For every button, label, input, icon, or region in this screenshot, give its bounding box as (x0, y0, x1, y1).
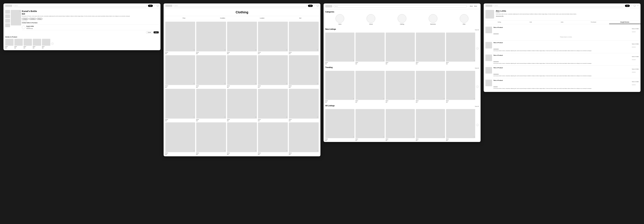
prod-heart-16[interactable]: ♡ (224, 150, 226, 152)
similar-img-3[interactable] (33, 39, 41, 46)
trend-img-3[interactable]: ♡ (416, 71, 445, 100)
cat-circle-other[interactable] (460, 14, 468, 23)
all-listings-view-all[interactable]: View All (475, 106, 479, 107)
prod-heart-7[interactable]: ♡ (255, 83, 256, 85)
prod-heart-12[interactable]: ♡ (255, 116, 256, 118)
prod-img-12[interactable]: ♡ (227, 89, 257, 118)
prod-img-18[interactable]: ♡ (258, 122, 288, 152)
prod-heart-19[interactable]: ♡ (317, 150, 318, 152)
new-heart-4[interactable]: ♡ (474, 60, 475, 61)
prod-heart-8[interactable]: ♡ (286, 83, 287, 85)
trend-heart-0[interactable]: ♡ (353, 98, 354, 100)
tag-pickup[interactable]: Pickup (37, 18, 42, 20)
sell-button-s1[interactable]: Sell (148, 5, 153, 7)
prod-img-11[interactable]: ♡ (196, 89, 226, 118)
new-img-0[interactable]: ♡ (325, 32, 354, 62)
prod-heart-0[interactable]: ♡ (194, 49, 195, 51)
trend-img-1[interactable]: ♡ (356, 71, 385, 100)
filter-sort[interactable]: Sort (299, 17, 301, 19)
thumbnail-2[interactable] (5, 14, 10, 18)
prod-img-6[interactable]: ♡ (196, 55, 226, 85)
favorite-icon[interactable]: ♡ (19, 10, 20, 12)
tab-purchased[interactable]: Purchased (578, 20, 609, 24)
prod-heart-5[interactable]: ♡ (194, 83, 195, 85)
tab-likes[interactable]: Likes (546, 20, 578, 24)
prod-heart-14[interactable]: ♡ (317, 116, 318, 118)
all-img-2[interactable]: ♡ (386, 109, 415, 138)
cat-school[interactable]: School (366, 14, 375, 25)
filter-price[interactable]: Price (182, 17, 185, 19)
prod-heart-1[interactable]: ♡ (224, 49, 226, 51)
prod-heart-4[interactable]: ♡ (317, 49, 318, 51)
trend-heart-2[interactable]: ♡ (414, 98, 414, 100)
trend-img-2[interactable]: ♡ (386, 71, 415, 100)
prod-img-19[interactable]: ♡ (289, 122, 319, 152)
all-heart-4[interactable]: ♡ (474, 136, 475, 138)
similar-nav-next[interactable]: › (51, 42, 54, 45)
similar-img-1[interactable] (14, 39, 23, 46)
prod-img-5[interactable]: ♡ (165, 55, 195, 85)
prod-img-16[interactable]: ♡ (196, 122, 226, 152)
similar-img-0[interactable] (5, 39, 14, 46)
all-heart-1[interactable]: ♡ (383, 136, 384, 138)
heart-icon-s4[interactable]: ♡ (631, 5, 632, 7)
all-img-1[interactable]: ♡ (356, 109, 385, 138)
prod-img-8[interactable]: ♡ (258, 55, 288, 85)
prod-heart-6[interactable]: ♡ (224, 83, 226, 85)
thumbnail-4[interactable] (5, 23, 10, 27)
tab-sold[interactable]: Sold (515, 20, 546, 24)
heart-icon-s1[interactable]: ♡ (154, 5, 156, 7)
new-heart-2[interactable]: ♡ (414, 60, 414, 61)
new-img-3[interactable]: ♡ (416, 32, 445, 62)
prod-heart-11[interactable]: ♡ (224, 116, 226, 118)
prod-img-9[interactable]: ♡ (289, 55, 319, 85)
cat-clothing[interactable]: Clothing (398, 14, 406, 25)
cat-home[interactable]: Home (336, 14, 344, 25)
new-listings-arrow[interactable]: › (476, 47, 479, 50)
new-img-4[interactable]: ♡ (446, 32, 475, 62)
nav-link-1[interactable]: Word (470, 5, 473, 7)
prod-heart-17[interactable]: ♡ (255, 150, 256, 152)
all-heart-3[interactable]: ♡ (444, 136, 445, 138)
all-listings-arrow[interactable]: › (476, 124, 479, 126)
prod-img-14[interactable]: ♡ (289, 89, 319, 118)
cat-circle-clothing[interactable] (398, 14, 406, 23)
nav-link-2[interactable]: Word (474, 5, 477, 7)
all-heart-2[interactable]: ♡ (414, 136, 414, 138)
prod-img-1[interactable]: ♡ (196, 22, 226, 51)
prod-img-0[interactable]: ♡ (165, 22, 195, 51)
prod-img-4[interactable]: ♡ (289, 22, 319, 51)
tab-bought-reviews[interactable]: Bought Reviews (609, 20, 640, 24)
prod-img-10[interactable]: ♡ (165, 89, 195, 118)
sell-button-s2[interactable]: Sell (308, 5, 313, 7)
trend-heart-3[interactable]: ♡ (444, 98, 445, 100)
trending-arrow[interactable]: › (476, 86, 479, 88)
trending-view-all[interactable]: View All (475, 68, 479, 69)
prod-img-15[interactable]: ♡ (165, 122, 195, 152)
trend-img-4[interactable]: ♡ (446, 71, 475, 100)
search-input-s1[interactable]: Search (13, 4, 147, 7)
tag-condition[interactable]: Condition (29, 18, 36, 20)
trend-heart-1[interactable]: ♡ (383, 98, 384, 100)
trend-img-0[interactable]: ♡ (325, 71, 354, 100)
prod-img-7[interactable]: ♡ (227, 55, 257, 85)
prod-heart-9[interactable]: ♡ (317, 83, 318, 85)
cat-electronics[interactable]: Electronics (429, 14, 437, 25)
tab-selling[interactable]: Selling (484, 20, 515, 24)
filter-condition[interactable]: Condition (220, 17, 225, 19)
profile-icon-s1[interactable]: ○ (157, 5, 159, 7)
prod-heart-10[interactable]: ♡ (194, 116, 195, 118)
similar-img-2[interactable] (24, 39, 32, 46)
prod-img-17[interactable]: ♡ (227, 122, 257, 152)
tag-category[interactable]: Category (22, 18, 28, 20)
search-input-s3[interactable]: Search (333, 5, 467, 7)
prod-heart-3[interactable]: ♡ (286, 49, 287, 51)
profile-icon-s2[interactable]: ○ (316, 5, 319, 7)
new-heart-0[interactable]: ♡ (353, 60, 354, 61)
all-heart-0[interactable]: ♡ (353, 136, 354, 138)
new-heart-1[interactable]: ♡ (383, 60, 384, 61)
prod-heart-15[interactable]: ♡ (194, 150, 195, 152)
new-listings-view-all[interactable]: View All (475, 29, 479, 30)
profile-icon-s4[interactable]: ○ (634, 5, 636, 7)
heart-icon-s2[interactable]: ♡ (314, 5, 316, 7)
